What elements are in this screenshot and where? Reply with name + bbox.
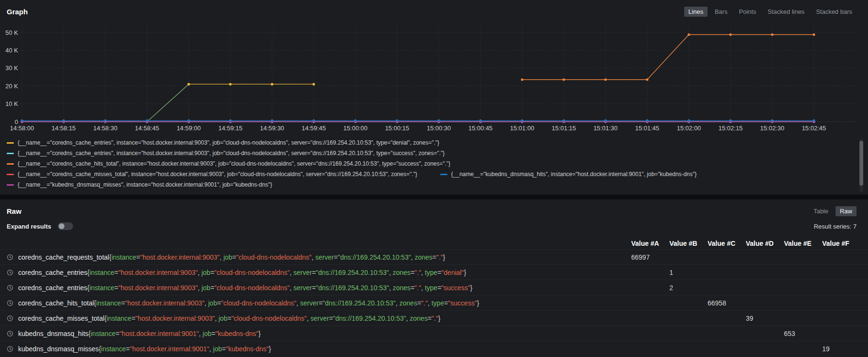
metric-expression: kubedns_dnsmasq_misses{instance="host.do… — [18, 345, 631, 353]
clock-icon — [7, 346, 13, 352]
results-view-button-raw[interactable]: Raw — [836, 206, 857, 216]
legend-series-label: {__name__="coredns_cache_entries", insta… — [18, 139, 439, 146]
svg-text:15:01:15: 15:01:15 — [552, 125, 576, 132]
column-header: Value #E — [784, 240, 822, 247]
legend-row: {__name__="coredns_cache_entries", insta… — [7, 137, 852, 148]
svg-text:10 K: 10 K — [5, 100, 18, 107]
svg-text:14:59:30: 14:59:30 — [260, 125, 284, 132]
column-header: Value #A — [631, 240, 669, 247]
clock-icon — [7, 300, 13, 306]
svg-text:14:59:15: 14:59:15 — [218, 125, 243, 132]
column-header: Value #C — [708, 240, 746, 247]
value-cell-F: 19 — [822, 345, 860, 353]
legend-series-label: {__name__="coredns_cache_entries", insta… — [18, 150, 445, 157]
svg-text:20 K: 20 K — [5, 83, 18, 90]
legend-item[interactable]: {__name__="kubedns_dnsmasq_misses", inst… — [7, 181, 272, 188]
svg-text:15:02:15: 15:02:15 — [719, 125, 743, 132]
svg-text:15:02:00: 15:02:00 — [677, 125, 701, 132]
column-header: Value #B — [669, 240, 708, 247]
explore-page: Graph LinesBarsPointsStacked linesStacke… — [0, 0, 868, 357]
svg-text:15:00:00: 15:00:00 — [343, 125, 368, 132]
raw-view-buttons: TableRaw — [809, 206, 857, 216]
graph-panel: Graph LinesBarsPointsStacked linesStacke… — [0, 0, 868, 195]
metric-expression: kubedns_dnsmasq_hits{instance="host.dock… — [18, 330, 631, 337]
raw-panel: Raw TableRaw Expand results Result serie… — [0, 200, 868, 357]
svg-text:14:59:45: 14:59:45 — [302, 125, 326, 132]
svg-text:14:58:45: 14:58:45 — [135, 125, 159, 132]
clock-icon — [7, 330, 13, 337]
value-cell-E: 653 — [784, 330, 822, 337]
time-series-chart[interactable]: 010 K20 K30 K40 K50 K14:58:0014:58:1514:… — [0, 17, 868, 136]
view-button-lines[interactable]: Lines — [684, 7, 708, 17]
clock-icon — [7, 315, 13, 322]
svg-text:15:02:45: 15:02:45 — [802, 125, 826, 132]
view-button-stacked-lines[interactable]: Stacked lines — [763, 7, 809, 17]
legend-scrollbar[interactable] — [859, 138, 863, 192]
results-view-button-table[interactable]: Table — [809, 206, 833, 216]
svg-text:15:00:15: 15:00:15 — [385, 125, 409, 132]
view-button-bars[interactable]: Bars — [710, 7, 732, 17]
legend-series-color — [7, 142, 14, 144]
svg-text:15:01:30: 15:01:30 — [593, 125, 618, 132]
metric-expression: coredns_cache_entries{instance="host.doc… — [18, 269, 631, 276]
legend-series-color — [440, 174, 447, 175]
svg-text:15:00:30: 15:00:30 — [427, 125, 451, 132]
legend-series-color — [7, 184, 14, 186]
graph-panel-title: Graph — [7, 8, 28, 16]
raw-result-row: coredns_cache_entries{instance="host.doc… — [0, 280, 868, 295]
svg-text:40 K: 40 K — [5, 47, 18, 54]
graph-view-buttons: LinesBarsPointsStacked linesStacked bars — [684, 7, 857, 17]
svg-text:15:00:45: 15:00:45 — [468, 125, 493, 132]
column-header: Value #F — [822, 240, 860, 247]
legend-row: {__name__="kubedns_dnsmasq_misses", inst… — [7, 179, 852, 190]
expand-results-label: Expand results — [7, 223, 51, 230]
legend-item[interactable]: {__name__="coredns_cache_hits_total", in… — [7, 160, 450, 167]
raw-controls: Expand results Result series: 7 — [7, 222, 857, 230]
clock-icon — [7, 284, 13, 291]
legend-item[interactable]: {__name__="kubedns_dnsmasq_hits", instan… — [440, 171, 697, 178]
value-cell-A: 66997 — [631, 253, 669, 261]
svg-text:15:01:45: 15:01:45 — [635, 125, 659, 132]
value-column-headers: Value #AValue #BValue #CValue #DValue #E… — [7, 240, 860, 247]
result-series-count: Result series: 7 — [814, 223, 857, 230]
value-cell-C: 66958 — [708, 299, 746, 307]
svg-text:14:58:30: 14:58:30 — [93, 125, 117, 132]
raw-panel-title: Raw — [7, 207, 21, 215]
toggle-knob — [59, 223, 64, 229]
chart-legend: {__name__="coredns_cache_entries", insta… — [7, 137, 852, 190]
svg-text:15:02:30: 15:02:30 — [760, 125, 784, 132]
legend-item[interactable]: {__name__="coredns_cache_entries", insta… — [7, 150, 445, 157]
legend-series-label: {__name__="coredns_cache_misses_total", … — [18, 171, 417, 178]
raw-result-row: coredns_cache_entries{instance="host.doc… — [0, 264, 868, 280]
raw-results-list: coredns_cache_requests_total{instance="h… — [0, 249, 868, 356]
legend-series-label: {__name__="kubedns_dnsmasq_misses", inst… — [18, 181, 272, 188]
legend-series-color — [7, 163, 14, 165]
svg-text:14:58:00: 14:58:00 — [10, 125, 34, 132]
metric-expression: coredns_cache_hits_total{instance="host.… — [18, 299, 631, 307]
expand-results-toggle[interactable] — [58, 222, 73, 230]
svg-text:14:59:00: 14:59:00 — [177, 125, 201, 132]
legend-item[interactable]: {__name__="coredns_cache_entries", insta… — [7, 139, 439, 146]
svg-text:15:01:00: 15:01:00 — [510, 125, 534, 132]
view-button-stacked-bars[interactable]: Stacked bars — [812, 7, 857, 17]
metric-expression: coredns_cache_misses_total{instance="hos… — [18, 315, 631, 322]
clock-icon — [7, 269, 13, 276]
graph-panel-header: Graph LinesBarsPointsStacked linesStacke… — [0, 0, 868, 18]
metric-expression: coredns_cache_entries{instance="host.doc… — [18, 284, 631, 292]
legend-series-label: {__name__="coredns_cache_hits_total", in… — [18, 160, 450, 167]
svg-text:50 K: 50 K — [5, 29, 18, 36]
raw-result-row: coredns_cache_misses_total{instance="hos… — [0, 310, 868, 326]
clock-icon — [7, 254, 13, 261]
value-cell-B: 1 — [669, 269, 708, 276]
column-header: Value #D — [746, 240, 784, 247]
legend-series-label: {__name__="kubedns_dnsmasq_hits", instan… — [451, 171, 697, 178]
svg-text:14:58:15: 14:58:15 — [52, 125, 76, 132]
legend-item[interactable]: {__name__="coredns_cache_misses_total", … — [7, 171, 417, 178]
legend-series-color — [7, 153, 14, 154]
metric-expression: coredns_cache_requests_total{instance="h… — [18, 253, 631, 261]
legend-scrollbar-thumb[interactable] — [859, 141, 863, 186]
raw-panel-header: Raw TableRaw — [0, 200, 868, 218]
view-button-points[interactable]: Points — [735, 7, 761, 17]
raw-result-row: coredns_cache_hits_total{instance="host.… — [0, 295, 868, 310]
raw-result-row: coredns_cache_requests_total{instance="h… — [0, 249, 868, 264]
